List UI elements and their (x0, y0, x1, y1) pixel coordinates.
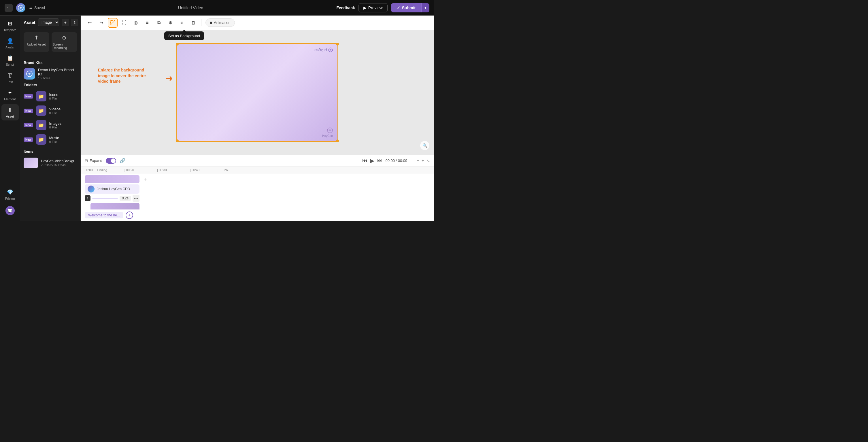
timeline-toggle[interactable] (106, 158, 116, 164)
sidebar-item-asset[interactable]: ⬆ Asset (1, 104, 19, 121)
upload-asset-button[interactable]: ⬆ Upload Asset (24, 32, 49, 52)
folder-info: Videos 0 File (49, 107, 61, 115)
play-pause-button[interactable]: ▶ (370, 158, 374, 164)
items-title: Items (24, 149, 77, 154)
play-icon: ▶ (363, 5, 367, 10)
sidebar-item-text[interactable]: T Text (1, 70, 19, 86)
duplicate-button[interactable]: ⧈ (177, 18, 187, 28)
sidebar-item-label: Pricing (5, 197, 15, 200)
sidebar-item-label: Template (3, 28, 17, 32)
align-button[interactable]: ≡ (142, 18, 152, 28)
copy-button[interactable]: ⊕ (165, 18, 175, 28)
asset-panel-header: Asset Image + ⤵ ⊞ (20, 15, 81, 29)
folder-item-icons[interactable]: New 📁 Icons 0 File (24, 90, 77, 102)
delete-button[interactable]: 🗑 (188, 18, 198, 28)
items-section: Items HeyGen-VideoBackgrou... 2024/03/15… (24, 149, 77, 169)
expand-icon: ⊟ (85, 158, 88, 163)
heygen-logo-bottom: HeyGen (322, 127, 333, 137)
set-background-button[interactable] (108, 18, 118, 28)
file-name: HeyGen-VideoBackgrou... (41, 159, 79, 163)
timeline: ⊟ Expand 🔗 ⏮ ▶ ⏭ 00:00 / 00:09 − + ⤡ (81, 155, 434, 221)
crop-button[interactable]: ⛶ (119, 18, 129, 28)
duration-track-row: 1 9.2s ••• (85, 195, 430, 202)
feedback-button[interactable]: Feedback (336, 5, 355, 10)
background-track-row: + (85, 175, 430, 183)
back-button[interactable]: ← (5, 4, 13, 12)
sidebar-item-chat[interactable]: 💬 (1, 204, 19, 219)
zoom-button[interactable]: 🔍 (420, 141, 429, 150)
preview-button[interactable]: ▶ Preview (359, 3, 388, 12)
brand-kit-item[interactable]: Demo HeyGen Brand Kit 16 Items (24, 68, 77, 80)
element-icon: ✦ (7, 89, 13, 96)
submit-button[interactable]: ✓ Submit (391, 3, 421, 12)
canvas-workspace[interactable]: Enlarge the background image to cover th… (81, 30, 434, 155)
file-item[interactable]: HeyGen-VideoBackgrou... 2024/03/15 16:38 (24, 156, 77, 169)
link-icon[interactable]: 🔗 (120, 158, 125, 163)
background-track[interactable] (85, 175, 140, 183)
folder-name: Videos (49, 107, 61, 111)
asset-header-icons: + ⤵ ⊞ (62, 19, 81, 26)
animation-button[interactable]: Animation (206, 19, 235, 27)
undo-button[interactable]: ↩ (85, 18, 95, 28)
resize-handle-tl[interactable] (176, 43, 179, 45)
folder-icon: 📁 (36, 91, 46, 101)
sidebar-item-pricing[interactable]: 💎 Pricing (1, 186, 19, 202)
avatar-track-row: Joshua HeyGen CEO (85, 184, 430, 194)
add-asset-button[interactable]: + (62, 19, 69, 26)
add-scene-button[interactable]: + (126, 212, 133, 219)
pricing-icon: 💎 (7, 189, 13, 196)
folder-item-videos[interactable]: New 📁 Videos 0 File (24, 104, 77, 117)
resize-handle-bl[interactable] (176, 139, 179, 143)
folder-list: New 📁 Icons 0 File New 📁 Videos 0 File (24, 90, 77, 146)
duration-badge: 9.2s (120, 196, 131, 201)
folder-icon: 📁 (36, 105, 46, 116)
avatar-thumbnail (88, 186, 95, 192)
screen-recording-button[interactable]: ⊙ Screen Recording (52, 32, 77, 52)
ruler-mark: | 00:40 (190, 168, 199, 172)
asset-icon: ⬆ (7, 106, 13, 114)
folder-item-music[interactable]: New 📁 Music 0 File (24, 133, 77, 146)
filter-button[interactable]: ◎ (131, 18, 141, 28)
back-icon: ← (6, 5, 11, 10)
layer-button[interactable]: ⧉ (154, 18, 164, 28)
ruler-mark: | 26.5 (222, 168, 230, 172)
asset-type-select[interactable]: Image (38, 19, 59, 26)
document-title: Untitled Video (178, 5, 203, 10)
avatar-track-label: Joshua HeyGen CEO (97, 187, 130, 191)
avatar-track[interactable]: Joshua HeyGen CEO (85, 184, 140, 194)
folder-item-images[interactable]: New 📁 Images 0 File (24, 119, 77, 131)
fit-button[interactable]: ⤡ (427, 158, 430, 163)
zoom-out-button[interactable]: − (416, 158, 419, 163)
sidebar-item-avatar[interactable]: 👤 Avatar (1, 35, 19, 51)
annotation-text: Enlarge the background image to cover th… (98, 67, 150, 85)
sub-track[interactable] (91, 203, 140, 210)
sidebar-item-label: Avatar (5, 45, 15, 49)
more-options-button[interactable]: ••• (132, 195, 140, 202)
heygen-logo-top: HeyGen (314, 48, 333, 52)
sidebar-item-element[interactable]: ✦ Element (1, 87, 19, 103)
welcome-text-track[interactable]: Welcome to the ne... (85, 212, 123, 218)
timeline-toolbar: ⊟ Expand 🔗 ⏮ ▶ ⏭ 00:00 / 00:09 − + ⤡ (81, 155, 434, 166)
canvas-area: ↩ ↪ ⛶ ◎ ≡ ⧉ ⊕ ⧈ 🗑 Animation Set as Backg… (81, 15, 434, 221)
brand-kit-info: Demo HeyGen Brand Kit 16 Items (38, 68, 77, 80)
brand-kit-name: Demo HeyGen Brand Kit (38, 68, 77, 76)
sidebar-item-label: Script (6, 63, 14, 66)
resize-handle-br[interactable] (336, 139, 339, 143)
zoom-in-button[interactable]: + (422, 158, 424, 163)
sidebar-item-template[interactable]: ⊞ Template (1, 18, 19, 34)
sidebar-item-script[interactable]: 📋 Script (1, 53, 19, 69)
folder-icon: 📁 (36, 134, 46, 145)
skip-forward-button[interactable]: ⏭ (377, 158, 382, 164)
new-badge: New (24, 94, 33, 99)
ruler-mark: Ending (97, 168, 107, 172)
import-button[interactable]: ⤵ (71, 19, 79, 26)
skip-back-button[interactable]: ⏮ (362, 158, 367, 164)
submit-dropdown-button[interactable]: ▾ (421, 3, 429, 12)
ruler-mark: 00:00 (85, 168, 93, 172)
expand-button[interactable]: ⊟ Expand (85, 158, 102, 163)
redo-button[interactable]: ↪ (96, 18, 106, 28)
add-track-button[interactable]: + (144, 176, 147, 183)
resize-handle-tr[interactable] (336, 43, 339, 45)
timeline-tracks: + Joshua HeyGen CEO 1 9.2s ••• (81, 173, 434, 210)
canvas-frame[interactable]: HeyGen HeyGen (177, 43, 338, 141)
